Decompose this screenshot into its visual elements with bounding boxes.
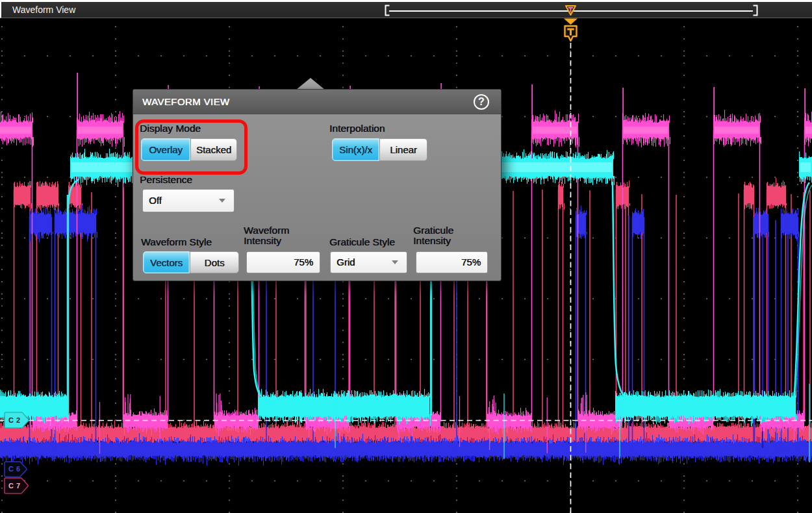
svg-text:C 6: C 6 (8, 465, 21, 473)
svg-text:C 7: C 7 (8, 482, 21, 490)
svg-text:C 2: C 2 (8, 416, 21, 424)
